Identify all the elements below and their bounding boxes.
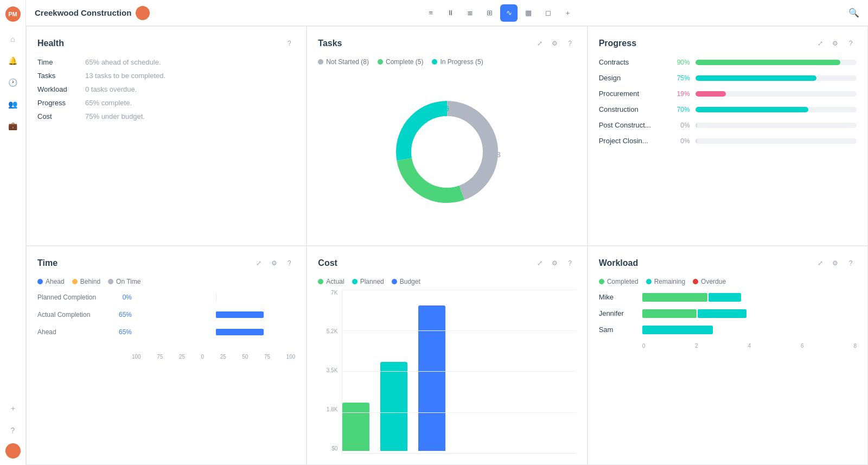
toolbar-calendar[interactable]: ▦ [520,4,537,22]
toolbar: ≡ ⏸ ≣ ⊞ ∿ ▦ ◻ ＋ [422,4,576,22]
time-settings-icon[interactable]: ⚙ [268,257,280,269]
time-label-planned: Planned Completion [37,294,108,301]
time-legend-behind: Behind [72,278,100,285]
progress-track-contracts [695,60,857,65]
wl-x-4: 4 [748,343,751,349]
legend-dot-complete [378,59,383,65]
workload-bar-jennifer-remaining [698,309,746,318]
tasks-expand-icon[interactable]: ⤢ [534,37,546,49]
toolbar-table[interactable]: ⊞ [481,4,498,22]
workload-bars-sam [642,326,713,334]
legend-dot-ahead [37,279,43,284]
health-value-tasks: 13 tasks to be completed. [85,72,165,80]
tasks-settings-icon[interactable]: ⚙ [549,37,561,49]
sidebar-item-users[interactable]: 👥 [4,95,22,113]
progress-track-post [695,123,857,128]
cost-panel: Cost ⤢ ⚙ ? Actual Planned Budg [307,246,587,466]
progress-label-post: Post Construct... [599,121,664,129]
cost-settings-icon[interactable]: ⚙ [549,257,561,269]
time-chart-area: Planned Completion 0% Actual Completion … [37,293,295,454]
sidebar-item-help[interactable]: ? [4,422,22,439]
time-x-100r: 100 [286,354,296,360]
progress-track-design [695,75,857,81]
cost-chart-wrapper: 7K 5.2K 3.5K 1.8K $0 [318,290,576,454]
legend-label-in-progress: In Progress (5) [440,58,483,66]
toolbar-doc[interactable]: ◻ [539,4,557,22]
cost-bar-budget [418,305,445,451]
donut-chart-container: 5 8 5 [318,70,576,234]
search-icon[interactable]: 🔍 [848,8,859,18]
sidebar-item-notifications[interactable]: 🔔 [4,52,22,69]
time-legend: Ahead Behind On Time [37,278,295,285]
toolbar-dashboard[interactable]: ∿ [500,4,518,22]
progress-help-icon[interactable]: ? [845,37,857,49]
progress-label-design: Design [599,74,664,82]
time-pct-ahead: 65% [112,328,132,336]
progress-title: Progress [599,39,814,48]
sidebar-item-home[interactable]: ⌂ [4,30,22,48]
progress-row-design: Design 75% [599,74,857,82]
workload-panel: Workload ⤢ ⚙ ? Completed Remaining [588,246,868,466]
cost-y-35k: 3.5K [318,367,337,373]
time-x-0: 0 [201,354,205,360]
grid-line-2 [342,371,576,372]
time-row-ahead: Ahead 65% [37,328,295,336]
workload-help-icon[interactable]: ? [845,257,857,269]
time-expand-icon[interactable]: ⤢ [253,257,265,269]
legend-label-ahead: Ahead [46,278,65,285]
cost-bars-area [342,290,576,454]
sidebar-item-clock[interactable]: 🕐 [4,74,22,91]
workload-name-mike: Mike [599,293,637,301]
cost-help-icon[interactable]: ? [564,257,576,269]
progress-fill-post [695,123,697,128]
legend-dot-in-progress [432,59,437,65]
sidebar-item-add[interactable]: ＋ [4,400,22,417]
toolbar-gantt[interactable]: ⏸ [442,4,459,22]
progress-fill-procurement [695,91,726,97]
health-row-progress: Progress 65% complete. [37,99,295,107]
sidebar: PM ⌂ 🔔 🕐 👥 💼 ＋ ? [0,0,26,465]
health-help-icon[interactable]: ? [283,37,295,49]
time-bar-actual-fill [216,311,264,318]
legend-not-started: Not Started (8) [318,58,369,66]
time-help-icon[interactable]: ? [283,257,295,269]
health-label-progress: Progress [37,99,81,107]
workload-x-axis: 0 2 4 6 8 [599,343,857,349]
workload-rows: Mike Jennifer Sam [599,293,857,334]
main-area: Creekwood Construction ≡ ⏸ ≣ ⊞ ∿ ▦ ◻ ＋ 🔍… [26,0,868,465]
wl-x-2: 2 [695,343,698,349]
progress-settings-icon[interactable]: ⚙ [829,37,841,49]
toolbar-board[interactable]: ≣ [461,4,478,22]
cost-y-0: $0 [318,445,337,451]
sidebar-avatar[interactable] [5,443,21,458]
health-label-time: Time [37,58,81,66]
legend-label-actual: Actual [326,278,344,285]
header: Creekwood Construction ≡ ⏸ ≣ ⊞ ∿ ▦ ◻ ＋ 🔍 [26,0,868,26]
app-logo[interactable]: PM [5,7,21,22]
donut-chart: 5 8 5 [385,90,509,214]
cost-legend-actual: Actual [318,278,344,285]
cost-y-18k: 1.8K [318,406,337,412]
progress-expand-icon[interactable]: ⤢ [814,37,826,49]
toolbar-list[interactable]: ≡ [422,4,439,22]
project-title-text: Creekwood Construction [35,8,131,17]
time-x-25r: 25 [220,354,226,360]
time-label-actual: Actual Completion [37,311,108,319]
wl-label-completed: Completed [607,278,639,285]
sidebar-item-briefcase[interactable]: 💼 [4,117,22,135]
donut-label-right: 8 [496,150,501,159]
progress-panel-header: Progress ⤢ ⚙ ? [599,37,857,49]
legend-dot-behind [72,279,78,284]
tasks-help-icon[interactable]: ? [564,37,576,49]
workload-settings-icon[interactable]: ⚙ [829,257,841,269]
workload-legend: Completed Remaining Overdue [599,278,857,285]
toolbar-add[interactable]: ＋ [559,4,576,22]
progress-pct-construction: 70% [669,106,690,113]
time-row-actual: Actual Completion 65% [37,310,295,319]
tasks-legend: Not Started (8) Complete (5) In Progress… [318,58,576,66]
workload-actions: ⤢ ⚙ ? [814,257,857,269]
progress-row-post: Post Construct... 0% [599,121,857,129]
legend-complete: Complete (5) [378,58,423,66]
cost-expand-icon[interactable]: ⤢ [534,257,546,269]
workload-expand-icon[interactable]: ⤢ [814,257,826,269]
